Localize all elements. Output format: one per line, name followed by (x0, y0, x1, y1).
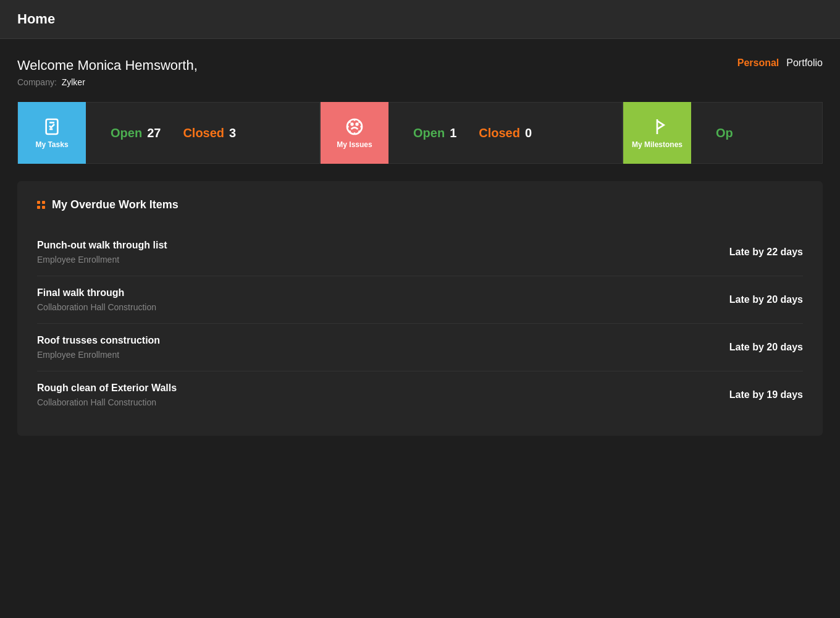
welcome-text: Welcome Monica Hemsworth, (17, 57, 198, 74)
milestones-open-stat: Op (716, 126, 733, 140)
work-items-list: Punch-out walk through list Employee Enr… (37, 229, 803, 418)
view-toggle: Personal Portfolio (737, 57, 823, 69)
milestones-card[interactable]: My Milestones Op (623, 102, 823, 164)
svg-line-15 (349, 131, 350, 132)
svg-line-13 (359, 131, 360, 132)
milestones-stats: Op (691, 126, 822, 140)
work-item-left: Punch-out walk through list Employee Enr… (37, 240, 167, 265)
portfolio-tab[interactable]: Portfolio (786, 57, 823, 69)
personal-tab[interactable]: Personal (737, 57, 779, 69)
work-item-late: Late by 19 days (729, 389, 803, 400)
work-item-late: Late by 22 days (729, 247, 803, 258)
cards-row: My Tasks Open 27 Closed 3 (17, 102, 823, 164)
tasks-closed-count: 3 (229, 126, 236, 140)
overdue-header: My Overdue Work Items (37, 198, 803, 211)
main-content: Welcome Monica Hemsworth, Company: Zylke… (0, 39, 840, 454)
tasks-icon (42, 117, 62, 137)
work-item[interactable]: Punch-out walk through list Employee Enr… (37, 229, 803, 276)
issues-closed-stat: Closed 0 (479, 126, 532, 140)
svg-point-5 (351, 124, 353, 125)
tasks-icon-box: My Tasks (18, 102, 86, 164)
issues-open-stat: Open 1 (413, 126, 456, 140)
company-label: Company: (17, 77, 57, 87)
work-item-late: Late by 20 days (729, 294, 803, 305)
issues-open-count: 1 (450, 126, 456, 140)
milestones-icon (647, 117, 667, 137)
milestones-icon-box: My Milestones (623, 102, 691, 164)
overdue-title: My Overdue Work Items (52, 198, 178, 211)
work-item-project: Collaboration Hall Construction (37, 302, 156, 312)
work-item[interactable]: Final walk through Collaboration Hall Co… (37, 276, 803, 324)
tasks-stats: Open 27 Closed 3 (86, 126, 319, 140)
work-item[interactable]: Rough clean of Exterior Walls Collaborat… (37, 371, 803, 418)
tasks-open-count: 27 (147, 126, 161, 140)
work-item-name: Rough clean of Exterior Walls (37, 383, 177, 394)
issues-open-label: Open (413, 126, 445, 140)
issues-icon (345, 117, 364, 137)
work-item-project: Employee Enrollment (37, 255, 167, 265)
issues-stats: Open 1 Closed 0 (388, 126, 622, 140)
work-item-name: Final walk through (37, 287, 156, 298)
milestones-open-label: Op (716, 126, 733, 140)
page-header: Home (0, 0, 840, 39)
work-item-name: Punch-out walk through list (37, 240, 167, 251)
work-item-name: Roof trusses construction (37, 335, 160, 346)
issues-closed-count: 0 (525, 126, 532, 140)
svg-point-6 (356, 124, 358, 125)
tasks-open-label: Open (111, 126, 142, 140)
company-name: Zylker (62, 77, 85, 87)
welcome-block: Welcome Monica Hemsworth, Company: Zylke… (17, 57, 198, 87)
issues-card[interactable]: My Issues Open 1 Closed 0 (320, 102, 623, 164)
issues-label: My Issues (337, 140, 372, 149)
tasks-closed-label: Closed (183, 126, 224, 140)
welcome-row: Welcome Monica Hemsworth, Company: Zylke… (17, 57, 823, 87)
tasks-closed-stat: Closed 3 (183, 126, 236, 140)
work-item-project: Collaboration Hall Construction (37, 397, 177, 407)
overdue-section: My Overdue Work Items Punch-out walk thr… (17, 181, 823, 436)
issues-closed-label: Closed (479, 126, 520, 140)
work-item-left: Final walk through Collaboration Hall Co… (37, 287, 156, 312)
work-item-late: Late by 20 days (729, 342, 803, 353)
company-row: Company: Zylker (17, 77, 198, 87)
work-item-left: Rough clean of Exterior Walls Collaborat… (37, 383, 177, 407)
work-item-left: Roof trusses construction Employee Enrol… (37, 335, 160, 360)
work-item[interactable]: Roof trusses construction Employee Enrol… (37, 324, 803, 371)
svg-line-14 (359, 121, 360, 122)
tasks-card[interactable]: My Tasks Open 27 Closed 3 (17, 102, 320, 164)
milestones-label: My Milestones (632, 140, 682, 149)
tasks-label: My Tasks (35, 140, 68, 149)
dots-icon (37, 201, 46, 210)
work-item-project: Employee Enrollment (37, 350, 160, 360)
tasks-open-stat: Open 27 (111, 126, 161, 140)
issues-icon-box: My Issues (321, 102, 388, 164)
svg-line-12 (349, 121, 350, 122)
page-title: Home (17, 11, 55, 27)
